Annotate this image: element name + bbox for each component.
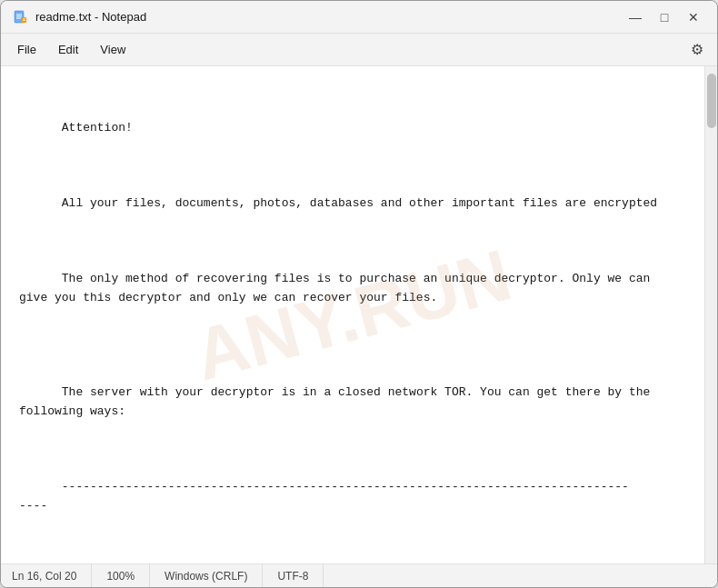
svg-rect-5 <box>22 17 26 23</box>
title-bar: readme.txt - Notepad — □ ✕ <box>1 1 717 34</box>
text-editor[interactable]: ANY.RUN Attention! All your files, docum… <box>1 66 704 563</box>
menu-file[interactable]: File <box>8 39 45 60</box>
window-controls: — □ ✕ <box>623 5 706 30</box>
content-area: ANY.RUN Attention! All your files, docum… <box>1 66 717 563</box>
cursor-position: Ln 16, Col 20 <box>12 564 92 587</box>
scrollbar-thumb[interactable] <box>707 74 716 128</box>
menu-items: File Edit View <box>8 39 135 60</box>
text-line-attention: Attention! <box>62 121 133 135</box>
maximize-button[interactable]: □ <box>652 5 677 30</box>
text-divider-1: ----------------------------------------… <box>19 480 629 513</box>
text-line-server: The server with your decryptor is in a c… <box>19 385 650 418</box>
menu-bar: File Edit View ⚙ <box>1 34 717 66</box>
app-icon <box>12 9 28 25</box>
minimize-button[interactable]: — <box>623 5 648 30</box>
encoding: UTF-8 <box>263 564 324 587</box>
line-ending: Windows (CRLF) <box>150 564 263 587</box>
scrollbar[interactable] <box>704 66 717 563</box>
window-title: readme.txt - Notepad <box>35 10 623 24</box>
status-bar: Ln 16, Col 20 100% Windows (CRLF) UTF-8 <box>1 563 717 587</box>
watermark: ANY.RUN <box>182 217 524 414</box>
zoom-level: 100% <box>92 564 150 587</box>
menu-edit[interactable]: Edit <box>49 39 87 60</box>
close-button[interactable]: ✕ <box>681 5 706 30</box>
text-line-files: All your files, documents, photos, datab… <box>62 196 657 210</box>
notepad-window: readme.txt - Notepad — □ ✕ File Edit Vie… <box>0 0 718 588</box>
menu-view[interactable]: View <box>91 39 135 60</box>
settings-icon[interactable]: ⚙ <box>684 37 710 63</box>
text-line-method: The only method of recovering files is t… <box>19 272 650 304</box>
